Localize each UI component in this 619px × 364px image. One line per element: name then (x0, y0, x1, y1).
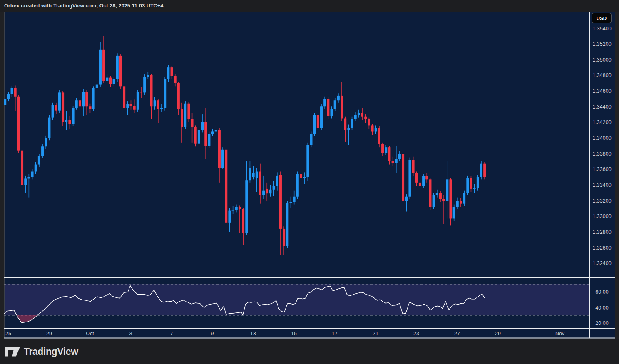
candle[interactable] (313, 113, 316, 136)
candle[interactable] (480, 161, 482, 179)
tradingview-logo-text: TradingView (24, 346, 78, 357)
candle[interactable] (137, 90, 139, 112)
candle[interactable] (62, 91, 64, 126)
chart-canvas[interactable]: 1.354001.352001.350001.348001.346001.344… (0, 0, 619, 339)
candle[interactable] (194, 125, 197, 146)
candle[interactable] (221, 147, 224, 169)
candle[interactable] (453, 205, 455, 221)
candle[interactable] (327, 97, 329, 119)
candle[interactable] (320, 104, 323, 130)
candle[interactable] (402, 147, 404, 204)
candle[interactable] (483, 162, 486, 179)
candle[interactable] (208, 131, 210, 148)
currency-button-label: USD (597, 16, 607, 21)
candle[interactable] (466, 176, 469, 195)
candle[interactable] (477, 175, 479, 191)
candle[interactable] (17, 95, 20, 153)
candle[interactable] (306, 143, 309, 181)
footer-bar: TradingView (0, 339, 619, 364)
candle[interactable] (92, 86, 95, 111)
candle[interactable] (449, 178, 452, 226)
candle[interactable] (184, 101, 186, 129)
candle[interactable] (408, 158, 411, 199)
candle[interactable] (119, 54, 122, 89)
candle[interactable] (116, 53, 119, 82)
price-axis[interactable] (589, 12, 615, 338)
candle[interactable] (378, 126, 380, 147)
candle[interactable] (58, 90, 61, 113)
tradingview-logo-icon (5, 347, 20, 357)
candle[interactable] (429, 178, 431, 210)
tradingview-logo[interactable]: TradingView (5, 346, 78, 357)
candle[interactable] (164, 77, 166, 111)
candle[interactable] (48, 115, 50, 140)
candle[interactable] (286, 201, 288, 248)
candle[interactable] (52, 103, 54, 120)
candle[interactable] (72, 106, 75, 126)
time-axis[interactable] (4, 328, 589, 338)
candle[interactable] (433, 193, 435, 209)
candle[interactable] (296, 171, 299, 199)
candle[interactable] (225, 148, 227, 224)
candle[interactable] (143, 74, 146, 95)
currency-button[interactable]: USD (592, 13, 612, 23)
candle[interactable] (167, 65, 169, 82)
